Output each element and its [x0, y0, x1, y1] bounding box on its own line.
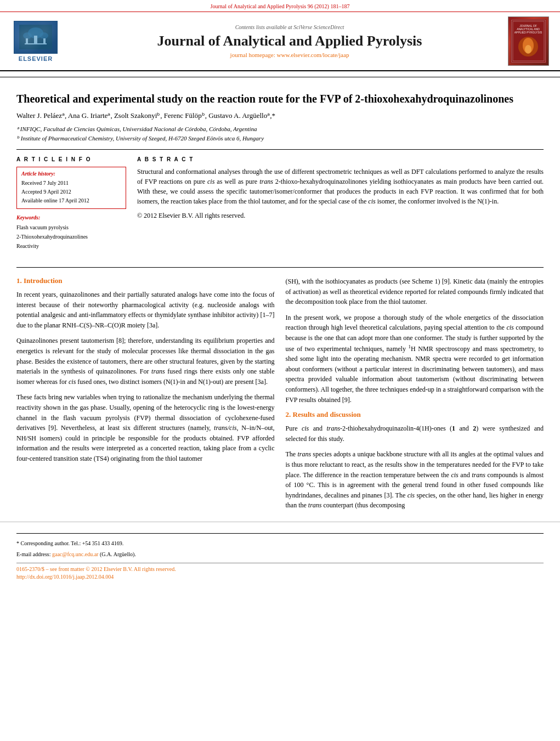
- elsevier-tree-icon: [19, 25, 52, 49]
- header-section: ELSEVIER Contents lists available at Sci…: [0, 12, 560, 71]
- page: Journal of Analytical and Applied Pyroly…: [0, 0, 560, 741]
- affiliations: ᵃ INFIQC, Facultad de Ciencias Químicas,…: [16, 125, 544, 143]
- info-section: A R T I C L E I N F O Article history: R…: [16, 156, 544, 251]
- svg-point-1: [28, 27, 43, 38]
- body-left-column: 1. Introduction In recent years, quinazo…: [16, 276, 275, 516]
- sciverse-line: Contents lists available at SciVerse Sci…: [71, 24, 508, 30]
- copyright-line: © 2012 Elsevier B.V. All rights reserved…: [137, 211, 544, 220]
- results-paragraph-2: The trans species adopts a unique backbo…: [286, 449, 544, 511]
- svg-point-4: [39, 32, 48, 39]
- keywords-list: Flash vacuum pyrolysis 2-Thioxohexahydro…: [16, 223, 126, 251]
- results-heading: 2. Results and discussion: [286, 410, 544, 419]
- journal-cover-image: JOURNAL OF ANALYTICAL AND APPLIED PYROLY…: [511, 19, 546, 63]
- email-note: E-mail address: gaac@fcq.unc.edu.ar (G.A…: [16, 550, 544, 558]
- header-center: Contents lists available at SciVerse Sci…: [71, 24, 508, 58]
- journal-homepage: journal homepage: www.elsevier.com/locat…: [71, 52, 508, 58]
- svg-point-15: [525, 45, 531, 54]
- article-history-heading: Article history:: [21, 171, 121, 177]
- results-paragraph-1: Pure cis and trans-2-thiohexahydroquinaz…: [286, 423, 544, 444]
- abstract-text: Structural and conformational analyses t…: [137, 167, 544, 206]
- intro-paragraph-1: In recent years, quinazolinones and thei…: [16, 290, 275, 330]
- abstract-section: A B S T R A C T Structural and conformat…: [137, 156, 544, 251]
- elsevier-logo: ELSEVIER: [11, 21, 60, 62]
- abstract-heading: A B S T R A C T: [137, 156, 544, 162]
- svg-rect-5: [26, 38, 28, 44]
- page-footer: * Corresponding author. Tel.: +54 351 43…: [0, 522, 560, 585]
- article-divider: [16, 149, 544, 150]
- article-area: Theoretical and experimental study on th…: [0, 83, 560, 262]
- svg-rect-7: [25, 43, 47, 44]
- svg-text:ANALYTICAL AND: ANALYTICAL AND: [517, 27, 540, 31]
- body-section: 1. Introduction In recent years, quinazo…: [0, 276, 560, 516]
- journal-top-bar: Journal of Analytical and Applied Pyroly…: [0, 0, 560, 12]
- affiliation-b: ᵇ Institute of Pharmaceutical Chemistry,…: [16, 134, 544, 143]
- body-right-column: (SH), with the isothiocyanates as produc…: [286, 276, 544, 516]
- introduction-heading: 1. Introduction: [16, 276, 275, 285]
- affiliation-a: ᵃ INFIQC, Facultad de Ciencias Químicas,…: [16, 125, 544, 134]
- header-divider: [0, 77, 560, 77]
- keywords-heading: Keywords:: [16, 214, 126, 220]
- article-title: Theoretical and experimental study on th…: [16, 92, 544, 106]
- intro-paragraph-3: These facts bring new variables when try…: [16, 392, 275, 463]
- svg-text:APPLIED PYROLYSIS: APPLIED PYROLYSIS: [514, 31, 542, 34]
- doi-line[interactable]: http://dx.doi.org/10.1016/j.jaap.2012.04…: [16, 574, 544, 580]
- svg-rect-8: [511, 19, 546, 63]
- svg-rect-2: [34, 36, 37, 44]
- journal-cover: JOURNAL OF ANALYTICAL AND APPLIED PYROLY…: [508, 16, 549, 66]
- authors-line: Walter J. Peláezᵃ, Ana G. Iriarteᵃ, Zsol…: [16, 111, 544, 120]
- svg-rect-0: [19, 25, 52, 49]
- intro-paragraph-2: Quinazolinones present tautomerism [8]; …: [16, 336, 275, 387]
- received-date: Received 7 July 2011 Accepted 9 April 20…: [21, 179, 121, 205]
- footnote-divider: [16, 533, 544, 534]
- footer-bar: 0165-2370/$ – see front matter © 2012 El…: [16, 563, 544, 572]
- elsevier-wordmark: ELSEVIER: [19, 55, 53, 62]
- svg-point-3: [23, 32, 32, 39]
- journal-title: Journal of Analytical and Applied Pyroly…: [71, 32, 508, 49]
- journal-citation: Journal of Analytical and Applied Pyroly…: [211, 3, 350, 9]
- email-link[interactable]: gaac@fcq.unc.edu.ar: [52, 551, 98, 557]
- svg-text:JOURNAL OF: JOURNAL OF: [519, 24, 536, 27]
- right-paragraph-2: In the present work, we propose a thorou…: [286, 313, 544, 405]
- svg-rect-6: [43, 38, 46, 44]
- svg-point-13: [518, 37, 538, 56]
- footer-left: 0165-2370/$ – see front matter © 2012 El…: [16, 566, 176, 572]
- right-paragraph-1: (SH), with the isothiocyanates as produc…: [286, 276, 544, 307]
- article-info-panel: A R T I C L E I N F O Article history: R…: [16, 156, 126, 251]
- article-info-heading: A R T I C L E I N F O: [16, 156, 126, 162]
- journal-url[interactable]: www.elsevier.com/locate/jaap: [277, 52, 349, 58]
- svg-point-14: [523, 38, 534, 53]
- body-divider: [16, 267, 544, 268]
- corresponding-author-note: * Corresponding author. Tel.: +54 351 43…: [16, 539, 544, 547]
- article-history-box: Article history: Received 7 July 2011 Ac…: [16, 167, 126, 209]
- svg-rect-9: [513, 21, 544, 61]
- elsevier-logo-box: [14, 21, 58, 54]
- keywords-section: Keywords: Flash vacuum pyrolysis 2-Thiox…: [16, 214, 126, 251]
